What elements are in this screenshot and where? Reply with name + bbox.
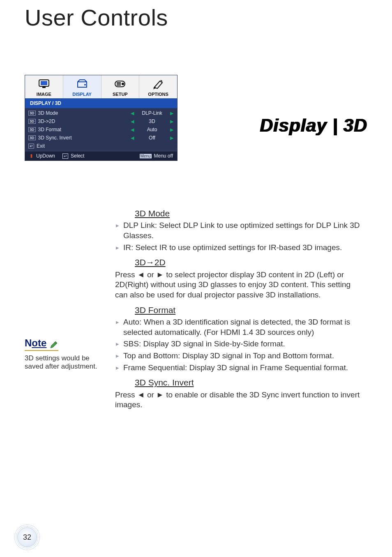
row-3d-icon: 3D [28,127,36,132]
para-3d-to-2d: Press ◄ or ► to select projector display… [115,270,364,300]
body-content: 3D Mode DLP Link: Select DLP Link to use… [115,204,364,413]
osd-menu: IMAGE DISPLAY SETUP OPTIONS DISPLAY / 3D… [25,75,178,161]
row-label: 3D Mode [38,110,88,116]
row-label: 3D->2D [38,118,88,124]
heading-3d-mode: 3D Mode [115,208,364,219]
options-icon [152,78,164,90]
osd-tab-label: IMAGE [37,92,51,97]
osd-rows: 3D 3D Mode ◀ DLP-Link ▶ 3D 3D->2D ◀ 3D ▶… [25,108,177,151]
hint-menuoff: Menu Menu off [140,153,173,159]
osd-tab-display[interactable]: DISPLAY [63,75,101,98]
hint-updown-label: UpDown [36,153,55,159]
row-label: Exit [37,143,86,149]
hint-updown: ⬍ UpDown [29,153,55,159]
list-item: Top and Bottom: Display 3D signal in Top… [115,351,364,361]
updown-arrows-icon: ⬍ [29,153,34,159]
osd-tab-label: OPTIONS [148,92,168,97]
page-number: 32 [23,533,31,542]
list-item: DLP Link: Select DLP Link to use optimiz… [115,220,364,241]
arrow-right-icon[interactable]: ▶ [170,135,174,141]
pencil-icon [49,340,58,349]
row-label: 3D Sync. Invert [38,135,88,141]
note-text: 3D settings would be saved after adjustm… [25,354,107,371]
osd-tab-options[interactable]: OPTIONS [139,75,177,98]
svg-point-8 [122,83,124,85]
list-item: SBS: Display 3D signal in Side-by-Side f… [115,339,364,349]
svg-point-3 [84,84,86,86]
enter-key-icon: ↵ [62,153,68,159]
monitor-icon [38,78,50,90]
arrow-right-icon[interactable]: ▶ [170,127,174,132]
osd-tab-label: DISPLAY [72,92,92,97]
note-label-rest: ote [32,337,46,348]
heading-3d-format: 3D Format [115,304,364,316]
list-3d-format: Auto: When a 3D identification signal is… [115,317,364,373]
svg-rect-2 [42,87,46,88]
hint-select: ↵ Select [62,153,84,159]
svg-rect-1 [41,81,47,85]
osd-tab-image[interactable]: IMAGE [25,75,63,98]
row-value: Auto [138,127,166,132]
osd-row-3d-2d[interactable]: 3D 3D->2D ◀ 3D ▶ [25,117,177,125]
display-icon [76,78,88,90]
osd-footer: ⬍ UpDown ↵ Select Menu Menu off [25,151,177,160]
section-heading: Display | 3D [260,115,367,136]
page-number-badge: 32 [17,527,37,547]
osd-row-3d-mode[interactable]: 3D 3D Mode ◀ DLP-Link ▶ [25,109,177,117]
osd-tabs: IMAGE DISPLAY SETUP OPTIONS [25,75,177,98]
arrow-left-icon[interactable]: ◀ [130,127,134,132]
hint-menuoff-label: Menu off [154,153,173,159]
row-3d-icon: 3D [28,135,36,140]
page-title: User Controls [0,0,392,31]
arrow-left-icon[interactable]: ◀ [130,119,134,124]
row-value: DLP-Link [138,110,166,116]
osd-row-3d-sync-invert[interactable]: 3D 3D Sync. Invert ◀ Off ▶ [25,134,177,142]
list-item: Frame Sequential: Display 3D signal in F… [115,363,364,373]
para-3d-sync-invert: Press ◄ or ► to enable or disable the 3D… [115,390,364,410]
menu-key-icon: Menu [140,154,152,158]
note-label-prefix: N [25,337,32,348]
setup-icon [114,78,126,90]
row-value: 3D [138,118,166,124]
row-3d-icon: 3D [28,111,36,116]
osd-tab-label: SETUP [113,92,128,97]
osd-tab-setup[interactable]: SETUP [101,75,140,98]
hint-select-label: Select [71,153,84,159]
arrow-right-icon[interactable]: ▶ [170,119,174,124]
list-3d-mode: DLP Link: Select DLP Link to use optimiz… [115,220,364,253]
note-block: Note 3D settings would be saved after ad… [25,337,107,371]
list-item: IR: Select IR to use optimized settings … [115,243,364,253]
heading-3d-sync-invert: 3D Sync. Invert [115,377,364,388]
list-item: Auto: When a 3D identification signal is… [115,317,364,337]
row-value: Off [138,135,166,141]
note-heading: Note [25,337,58,351]
exit-icon: ↩ [28,144,34,149]
arrow-left-icon[interactable]: ◀ [130,135,134,141]
osd-row-exit[interactable]: ↩ Exit [25,142,177,150]
heading-3d-to-2d: 3D→2D [115,257,364,268]
osd-row-3d-format[interactable]: 3D 3D Format ◀ Auto ▶ [25,125,177,134]
arrow-left-icon[interactable]: ◀ [130,111,134,116]
row-3d-icon: 3D [28,119,36,124]
osd-breadcrumb: DISPLAY / 3D [25,98,177,108]
row-label: 3D Format [38,127,88,132]
arrow-right-icon[interactable]: ▶ [170,111,174,116]
